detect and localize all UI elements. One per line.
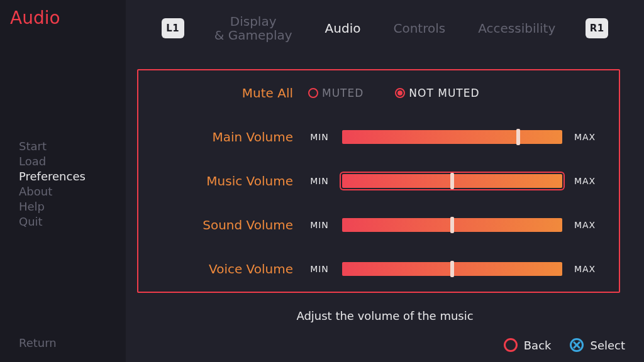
radio-icon — [308, 88, 318, 98]
sidebar-menu: Start Load Preferences About Help Quit — [0, 139, 126, 229]
tab-label: Display & Gameplay — [214, 14, 292, 43]
tab-row: L1 Display & Gameplay Audio Controls Acc… — [126, 0, 644, 57]
row-music-volume: Music Volume MIN MAX — [157, 171, 600, 191]
max-label: MAX — [574, 220, 596, 230]
slider-track — [342, 130, 562, 144]
cross-icon — [570, 338, 584, 352]
select-label: Select — [590, 339, 625, 352]
tab-label: Audio — [325, 21, 361, 36]
slider-label: Music Volume — [157, 173, 308, 189]
mute-all-label: Mute All — [157, 85, 308, 101]
tab-label: Controls — [393, 21, 445, 36]
radio-icon — [395, 88, 405, 98]
tab-controls[interactable]: Controls — [393, 21, 445, 35]
slider-thumb[interactable] — [516, 129, 520, 145]
min-label: MIN — [308, 176, 331, 186]
select-button[interactable]: Select — [570, 338, 625, 352]
row-sound-volume: Sound Volume MIN MAX — [157, 215, 600, 235]
bumper-left-icon[interactable]: L1 — [162, 18, 184, 38]
sidebar-item-load[interactable]: Load — [19, 154, 126, 169]
main-panel: L1 Display & Gameplay Audio Controls Acc… — [126, 0, 644, 362]
row-mute-all: Mute All MUTED NOT MUTED — [157, 83, 600, 103]
slider-label: Main Volume — [157, 129, 308, 145]
tab-display-gameplay[interactable]: Display & Gameplay — [214, 14, 292, 42]
return-button[interactable]: Return — [0, 336, 126, 362]
music-volume-slider[interactable] — [342, 174, 562, 188]
tab-accessibility[interactable]: Accessibility — [478, 21, 555, 35]
slider-thumb[interactable] — [450, 173, 454, 189]
slider-label: Voice Volume — [157, 261, 308, 277]
min-label: MIN — [308, 264, 331, 274]
page-title: Audio — [0, 6, 126, 28]
hint-text: Adjust the volume of the music — [126, 309, 644, 322]
min-label: MIN — [308, 220, 331, 230]
circle-icon — [504, 338, 518, 352]
tab-audio[interactable]: Audio — [325, 21, 361, 35]
sidebar-item-quit[interactable]: Quit — [19, 214, 126, 229]
radio-muted[interactable]: MUTED — [308, 87, 364, 99]
slider-thumb[interactable] — [450, 261, 454, 277]
slider-wrap: MIN MAX — [308, 130, 600, 144]
back-label: Back — [524, 339, 552, 352]
mute-options: MUTED NOT MUTED — [308, 87, 480, 99]
radio-label: MUTED — [322, 87, 364, 99]
main-volume-slider[interactable] — [342, 130, 562, 144]
row-main-volume: Main Volume MIN MAX — [157, 127, 600, 147]
sidebar-item-about[interactable]: About — [19, 184, 126, 199]
slider-label: Sound Volume — [157, 217, 308, 233]
slider-wrap: MIN MAX — [308, 262, 600, 276]
back-button[interactable]: Back — [504, 338, 552, 352]
slider-wrap: MIN MAX — [308, 174, 600, 188]
sidebar: Audio Start Load Preferences About Help … — [0, 0, 126, 362]
settings-panel: Mute All MUTED NOT MUTED Main Volume MI — [137, 69, 620, 293]
tab-label: Accessibility — [478, 21, 555, 36]
row-voice-volume: Voice Volume MIN MAX — [157, 259, 600, 279]
radio-label: NOT MUTED — [409, 87, 479, 99]
sidebar-item-start[interactable]: Start — [19, 139, 126, 154]
bumper-right-icon[interactable]: R1 — [586, 18, 608, 38]
min-label: MIN — [308, 132, 331, 142]
sidebar-item-help[interactable]: Help — [19, 199, 126, 214]
slider-wrap: MIN MAX — [308, 218, 600, 232]
max-label: MAX — [574, 264, 596, 274]
sound-volume-slider[interactable] — [342, 218, 562, 232]
slider-thumb[interactable] — [450, 217, 454, 233]
footer: Back Select — [504, 338, 625, 352]
max-label: MAX — [574, 132, 596, 142]
tabs: Display & Gameplay Audio Controls Access… — [214, 14, 556, 42]
sidebar-item-preferences[interactable]: Preferences — [19, 169, 126, 184]
voice-volume-slider[interactable] — [342, 262, 562, 276]
max-label: MAX — [574, 176, 596, 186]
radio-not-muted[interactable]: NOT MUTED — [395, 87, 479, 99]
